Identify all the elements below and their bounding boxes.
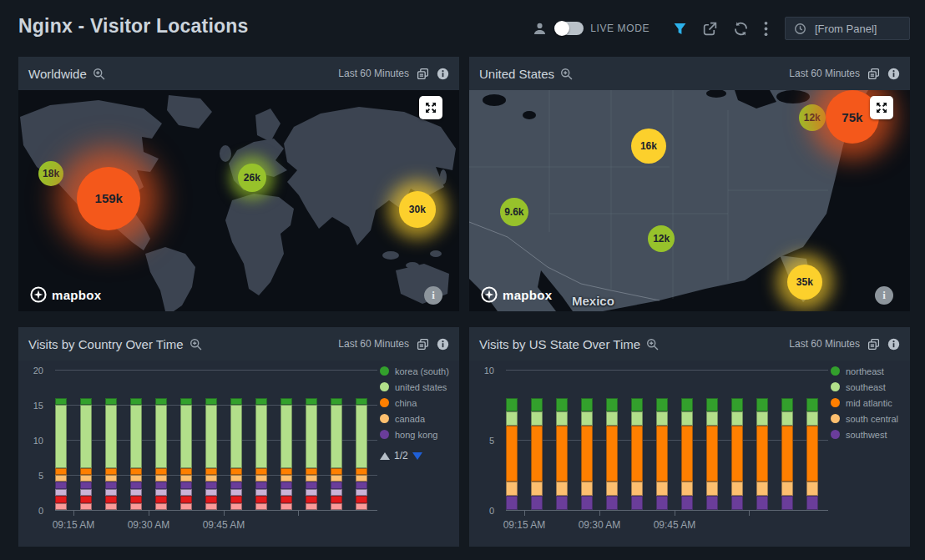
state-stacked-bar-chart[interactable]: 051009:15 AM09:30 AM09:45 AM — [506, 371, 828, 511]
map-bubble[interactable]: 159k — [77, 167, 140, 230]
map-bubble[interactable]: 12k — [648, 225, 675, 252]
bar-segment — [631, 496, 643, 510]
bar-segment — [606, 411, 618, 426]
bar-segment — [130, 405, 142, 468]
legend-item[interactable]: southeast — [831, 379, 910, 395]
stacked-bar[interactable] — [656, 370, 668, 510]
map-bubble[interactable]: 9.6k — [500, 198, 528, 226]
stacked-bar[interactable] — [806, 370, 818, 510]
share-icon[interactable] — [702, 21, 718, 37]
stacked-bar[interactable] — [130, 370, 142, 510]
stacked-bar[interactable] — [781, 370, 793, 510]
stacked-bar[interactable] — [731, 370, 743, 510]
magnifier-zoom-icon[interactable] — [93, 68, 105, 80]
bar-segment — [756, 482, 768, 496]
stacked-bar[interactable] — [205, 370, 217, 510]
legend-item[interactable]: southwest — [831, 426, 910, 442]
map-attribution-info-icon[interactable]: i — [875, 286, 893, 305]
map-bubble[interactable]: 16k — [631, 129, 666, 164]
legend-label: united states — [395, 382, 447, 392]
magnifier-zoom-icon[interactable] — [190, 338, 202, 351]
legend-item[interactable]: south central — [831, 411, 910, 426]
legend-item[interactable]: northeast — [831, 363, 910, 379]
stacked-bar[interactable] — [80, 370, 92, 510]
map-bubble[interactable]: 12k — [799, 104, 826, 131]
bar-segment — [731, 411, 743, 426]
country-chart-legend: korea (south)united stateschinacanadahon… — [380, 363, 459, 462]
legend-item[interactable]: mid atlantic — [831, 395, 910, 411]
stacked-bar[interactable] — [506, 370, 518, 510]
magnifier-zoom-icon[interactable] — [560, 68, 573, 80]
legend-label: mid atlantic — [846, 398, 892, 408]
legend-page-up-icon[interactable] — [380, 452, 390, 460]
user-icon[interactable] — [533, 22, 547, 36]
bar-segment — [531, 411, 543, 426]
map-bubble[interactable]: 30k — [399, 191, 436, 228]
legend-item[interactable]: canada — [380, 411, 459, 426]
gridline — [506, 510, 828, 511]
info-icon[interactable] — [437, 338, 449, 351]
stacked-bar[interactable] — [230, 370, 242, 510]
kebab-menu-icon[interactable] — [764, 21, 768, 37]
stacked-bar[interactable] — [105, 370, 117, 510]
mapbox-logo[interactable]: mapbox — [30, 286, 101, 303]
stacked-bar[interactable] — [581, 370, 593, 510]
map-bubble[interactable]: 18k — [38, 161, 63, 186]
stacked-bar[interactable] — [55, 370, 67, 510]
legend-item[interactable]: united states — [380, 379, 459, 395]
legend-color-chip — [831, 366, 840, 376]
copy-panel-icon[interactable] — [867, 68, 880, 80]
bar-segment — [255, 496, 267, 502]
us-map[interactable]: 12k75k16k9.6k12k35k Mexico mapbox i — [469, 90, 910, 311]
map-attribution-info-icon[interactable]: i — [424, 286, 442, 305]
refresh-icon[interactable] — [733, 21, 749, 37]
info-icon[interactable] — [437, 68, 449, 80]
bar-segment — [281, 496, 292, 502]
stacked-bar[interactable] — [556, 370, 568, 510]
mapbox-logo[interactable]: mapbox — [481, 286, 552, 303]
bar-segment — [130, 482, 142, 488]
stacked-bar[interactable] — [180, 370, 192, 510]
stacked-bar[interactable] — [631, 370, 643, 510]
stacked-bar[interactable] — [255, 370, 267, 510]
y-tick-label: 10 — [484, 366, 494, 376]
expand-map-button[interactable] — [870, 96, 893, 119]
stacked-bar[interactable] — [356, 370, 367, 510]
stacked-bar[interactable] — [606, 370, 618, 510]
stacked-bar[interactable] — [756, 370, 768, 510]
bar-segment — [205, 475, 217, 482]
legend-item[interactable]: hong kong — [380, 426, 459, 442]
stacked-bar[interactable] — [681, 370, 693, 510]
legend-item[interactable]: korea (south) — [380, 363, 459, 379]
stacked-bar[interactable] — [706, 370, 718, 510]
mexico-map-label: Mexico — [572, 294, 614, 308]
bar-segment — [331, 489, 342, 496]
stacked-bar[interactable] — [306, 370, 317, 510]
bar-segment — [356, 405, 367, 468]
worldwide-map[interactable]: 18k159k26k30k mapbox i — [18, 90, 459, 311]
bar-segment — [205, 496, 217, 502]
live-mode-toggle[interactable] — [555, 22, 584, 35]
map-bubble[interactable]: 26k — [238, 164, 266, 192]
map-bubble[interactable]: 35k — [787, 265, 822, 300]
stacked-bar[interactable] — [331, 370, 342, 510]
bar-segment — [105, 482, 117, 488]
expand-map-button[interactable] — [419, 96, 442, 119]
country-stacked-bar-chart[interactable]: 0510152009:15 AM09:30 AM09:45 AM — [55, 371, 377, 511]
stacked-bar[interactable] — [155, 370, 167, 510]
magnifier-zoom-icon[interactable] — [646, 338, 659, 351]
info-icon[interactable] — [887, 338, 900, 351]
info-icon[interactable] — [887, 68, 900, 80]
time-range-selector[interactable]: [From Panel] — [785, 17, 910, 40]
legend-page-down-icon[interactable] — [412, 452, 422, 460]
copy-panel-icon[interactable] — [417, 338, 429, 351]
bar-segment — [306, 405, 317, 468]
copy-panel-icon[interactable] — [867, 338, 880, 351]
filter-icon[interactable] — [673, 22, 687, 36]
legend-item[interactable]: china — [380, 395, 459, 411]
stacked-bar[interactable] — [531, 370, 543, 510]
bar-segment — [55, 503, 67, 510]
copy-panel-icon[interactable] — [417, 68, 429, 80]
clock-icon — [794, 23, 806, 35]
stacked-bar[interactable] — [281, 370, 292, 510]
